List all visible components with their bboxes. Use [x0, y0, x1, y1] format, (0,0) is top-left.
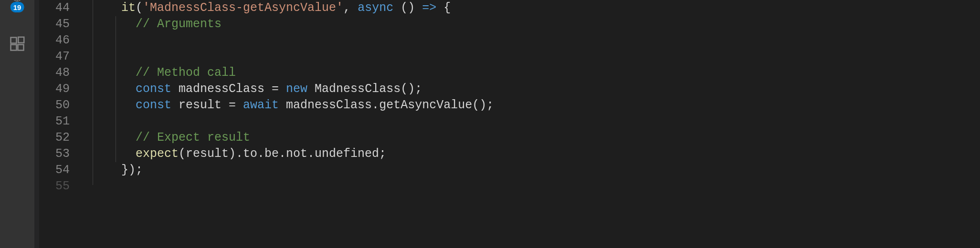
code-line[interactable]	[82, 178, 881, 185]
code-line[interactable]: const madnessClass = new MadnessClass();	[82, 81, 881, 97]
line-number: 49	[39, 81, 70, 97]
extensions-activity[interactable]	[0, 30, 34, 58]
token-method: getAsyncValue	[379, 98, 472, 112]
token-punct: ();	[472, 98, 494, 112]
token-keyword: const	[136, 82, 171, 96]
token-comment: // Method call	[136, 66, 236, 80]
code-line[interactable]: // Arguments	[82, 16, 881, 32]
source-control-activity[interactable]: 19	[0, 0, 34, 19]
token-keyword: await	[243, 98, 279, 112]
line-number: 54	[39, 162, 70, 178]
line-number: 45	[39, 16, 70, 32]
token-var: madnessClass =	[171, 82, 286, 96]
line-number-gutter: 44 45 46 47 48 49 50 51 52 53 54 55	[39, 0, 82, 248]
code-line[interactable]: // Method call	[82, 65, 881, 81]
source-control-badge: 19	[10, 1, 25, 13]
token-punct: ();	[400, 82, 422, 96]
token-chain: (result).to.be.not.undefined;	[179, 147, 386, 161]
line-number: 46	[39, 32, 70, 49]
token-function: expect	[136, 147, 179, 161]
token-punct: (	[136, 1, 143, 15]
sidebar-sliver	[34, 0, 39, 248]
token-keyword: new	[286, 82, 307, 96]
token-comment: // Expect result	[136, 131, 250, 145]
line-number: 55	[39, 178, 70, 195]
code-line[interactable]: it('MadnessClass-getAsyncValue', async (…	[82, 0, 881, 16]
token-string: 'MadnessClass-getAsyncValue'	[143, 1, 343, 15]
code-line[interactable]	[82, 114, 881, 130]
line-number: 48	[39, 65, 70, 81]
code-line[interactable]: const result = await madnessClass.getAsy…	[82, 97, 881, 114]
line-number: 47	[39, 49, 70, 65]
code-editor[interactable]: 44 45 46 47 48 49 50 51 52 53 54 55 it('…	[39, 0, 980, 248]
code-line[interactable]: });	[82, 162, 881, 178]
svg-rect-5	[18, 45, 24, 51]
token-punct: });	[121, 163, 143, 177]
token-punct: ()	[393, 1, 422, 15]
line-number: 50	[39, 97, 70, 114]
svg-rect-6	[18, 37, 24, 43]
code-line[interactable]: // Expect result	[82, 130, 881, 146]
token-keyword: async	[358, 1, 393, 15]
activity-bar: 19	[0, 0, 34, 248]
extensions-icon	[9, 35, 26, 52]
line-number: 52	[39, 130, 70, 146]
svg-rect-3	[11, 38, 17, 43]
code-line[interactable]: expect(result).to.be.not.undefined;	[82, 146, 881, 162]
token-var: result =	[171, 98, 243, 112]
code-line[interactable]	[82, 32, 881, 49]
token-keyword: const	[136, 98, 171, 112]
token-var: madnessClass.	[279, 98, 379, 112]
token-punct: {	[436, 1, 451, 15]
editor-root: 19 44 45 46 47 48 49 50 51 52 53 54 55	[0, 0, 980, 248]
line-number: 44	[39, 0, 70, 16]
token-punct: ,	[343, 1, 358, 15]
token-function: it	[121, 1, 136, 15]
vertical-scrollbar[interactable]	[971, 0, 980, 248]
minimap[interactable]	[881, 0, 971, 248]
token-arrow: =>	[422, 1, 436, 15]
line-number: 51	[39, 114, 70, 130]
token-class: MadnessClass	[315, 82, 400, 96]
token-space	[307, 82, 315, 96]
svg-rect-4	[11, 45, 17, 51]
code-content[interactable]: it('MadnessClass-getAsyncValue', async (…	[82, 0, 881, 248]
line-number: 53	[39, 146, 70, 162]
code-line[interactable]	[82, 49, 881, 65]
token-comment: // Arguments	[136, 17, 221, 31]
